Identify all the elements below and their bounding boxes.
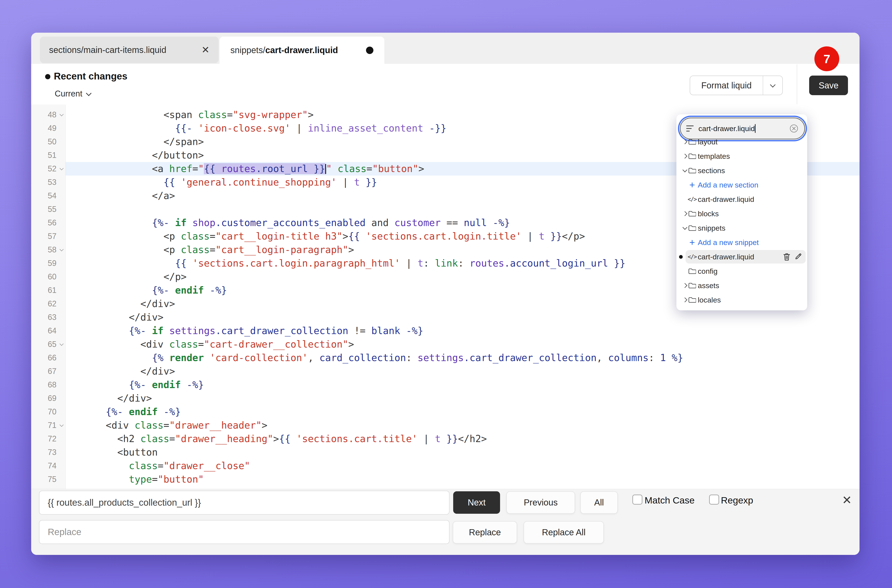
code-text: </div> — [106, 392, 152, 405]
code-line[interactable]: 72 <h2 class="drawer__heading">{{ 'secti… — [31, 432, 859, 446]
tree-row-cart-drawer-liquid[interactable]: </>cart-drawer.liquid — [677, 250, 807, 264]
trash-icon[interactable] — [783, 252, 791, 261]
fold-chevron-icon[interactable] — [58, 338, 65, 351]
code-text: {{ 'general.continue_shopping' | t }} — [106, 176, 377, 189]
tree-item-label: Add a new snippet — [698, 235, 759, 250]
tree-item-label: cart-drawer.liquid — [698, 250, 754, 264]
code-text: <span class="svg-wrapper"> — [106, 108, 314, 122]
tree-item-label: blocks — [698, 207, 719, 221]
line-number: 51 — [31, 148, 56, 162]
folder-icon — [688, 210, 696, 217]
code-text: {%- endif -%} — [106, 378, 204, 392]
fold-chevron-icon[interactable] — [58, 162, 65, 176]
code-text: <div class="cart-drawer__collection"> — [106, 338, 354, 351]
plus-icon: + — [689, 238, 695, 247]
match-case-label: Match Case — [645, 489, 695, 512]
line-number: 70 — [31, 405, 56, 418]
code-line[interactable]: 71<div class="drawer__header"> — [31, 418, 859, 432]
find-input[interactable] — [39, 490, 450, 514]
close-tab-icon[interactable]: ✕ — [202, 45, 209, 55]
line-number: 59 — [31, 256, 56, 270]
editor-header: Recent changes Current Format liquid Sav… — [31, 64, 859, 105]
tree-item-label: cart-drawer.liquid — [698, 192, 754, 207]
code-text: {%- endif -%} — [106, 405, 181, 418]
code-line[interactable]: 68 {%- endif -%} — [31, 378, 859, 392]
code-line[interactable]: 66 {% render 'card-collection', card_col… — [31, 351, 859, 364]
find-replace-bar: Next Previous All Match Case Regexp ✕ Re… — [31, 489, 859, 555]
save-button[interactable]: Save — [809, 76, 848, 95]
tab-label: sections/main-cart-items.liquid — [49, 45, 166, 55]
code-line[interactable]: 70{%- endif -%} — [31, 405, 859, 418]
line-number: 62 — [31, 297, 56, 310]
line-number: 49 — [31, 122, 56, 135]
code-text: {{- 'icon-close.svg' | inline_asset_cont… — [106, 122, 447, 135]
line-number: 52 — [31, 162, 56, 176]
previous-button[interactable]: Previous — [506, 491, 575, 514]
code-line[interactable]: 65 <div class="cart-drawer__collection"> — [31, 338, 859, 351]
tree-row-locales[interactable]: locales — [677, 293, 807, 307]
regexp-checkbox[interactable] — [709, 495, 719, 505]
match-case-checkbox[interactable] — [632, 495, 642, 505]
line-number: 69 — [31, 392, 56, 405]
code-text: </a> — [106, 189, 175, 202]
replace-all-button[interactable]: Replace All — [523, 521, 604, 544]
code-text: {%- if shop.customer_accounts_enabled an… — [106, 216, 510, 230]
tree-row-config[interactable]: config — [677, 264, 807, 278]
line-number: 57 — [31, 230, 56, 243]
next-button[interactable]: Next — [453, 491, 500, 514]
tree-item-label: locales — [698, 293, 721, 307]
code-line[interactable]: 63 </div> — [31, 310, 859, 324]
close-find-bar-icon[interactable]: ✕ — [838, 491, 856, 509]
tab-main-cart-items[interactable]: sections/main-cart-items.liquid ✕ — [40, 37, 219, 63]
tab-label: snippets/cart-drawer.liquid — [230, 45, 338, 55]
all-button[interactable]: All — [580, 491, 618, 514]
code-line[interactable]: 67 </div> — [31, 364, 859, 378]
tree-action-add-a-new-snippet[interactable]: +Add a new snippet — [677, 235, 807, 250]
line-number: 72 — [31, 432, 56, 446]
tree-row-cart-drawer-liquid[interactable]: </>cart-drawer.liquid — [677, 192, 807, 207]
line-number: 68 — [31, 378, 56, 392]
code-line[interactable]: 69 </div> — [31, 392, 859, 405]
format-liquid-label: Format liquid — [690, 76, 763, 95]
line-number: 66 — [31, 351, 56, 364]
clear-search-icon[interactable] — [789, 124, 799, 133]
unsaved-dot-icon — [679, 255, 683, 259]
folder-icon — [688, 268, 696, 274]
tree-action-add-a-new-section[interactable]: +Add a new section — [677, 178, 807, 192]
tab-cart-drawer[interactable]: snippets/cart-drawer.liquid — [220, 37, 384, 64]
filter-icon — [686, 126, 693, 132]
format-options-dropdown[interactable] — [763, 76, 782, 95]
tree-item-label: config — [698, 264, 718, 278]
replace-input[interactable] — [39, 520, 450, 544]
tree-row-sections[interactable]: sections — [677, 164, 807, 178]
tree-row-templates[interactable]: templates — [677, 149, 807, 164]
header-separator — [797, 64, 797, 104]
tree-item-label: templates — [698, 149, 730, 164]
line-number: 55 — [31, 202, 56, 216]
fold-chevron-icon[interactable] — [58, 418, 65, 432]
tree-row-snippets[interactable]: snippets — [677, 221, 807, 235]
code-text: </button> — [106, 148, 204, 162]
tree-row-assets[interactable]: assets — [677, 278, 807, 293]
version-dropdown[interactable]: Current — [55, 89, 91, 98]
line-number: 61 — [31, 284, 56, 297]
tree-row-layout[interactable]: layout — [677, 135, 807, 149]
code-text: <p class="cart__login-title h3">{{ 'sect… — [106, 230, 585, 243]
code-file-icon: </> — [688, 254, 697, 260]
format-liquid-button[interactable]: Format liquid — [690, 76, 783, 95]
tree-item-label: snippets — [698, 221, 725, 235]
code-line[interactable]: 73 <button — [31, 446, 859, 459]
code-line[interactable]: 74 class="drawer__close" — [31, 459, 859, 472]
line-number: 74 — [31, 459, 56, 472]
file-search-value: cart-drawer.liquid — [698, 124, 755, 133]
code-line[interactable]: 75 type="button" — [31, 472, 859, 486]
tree-item-label: assets — [698, 278, 719, 293]
fold-chevron-icon[interactable] — [58, 243, 65, 256]
fold-chevron-icon[interactable] — [58, 108, 65, 122]
replace-button[interactable]: Replace — [453, 521, 517, 544]
code-line[interactable]: 64 {%- if settings.cart_drawer_collectio… — [31, 324, 859, 338]
unsaved-count-badge: 7 — [814, 46, 839, 71]
pencil-icon[interactable] — [794, 252, 803, 261]
code-text: <p class="cart__login-paragraph"> — [106, 243, 354, 256]
tree-row-blocks[interactable]: blocks — [677, 207, 807, 221]
